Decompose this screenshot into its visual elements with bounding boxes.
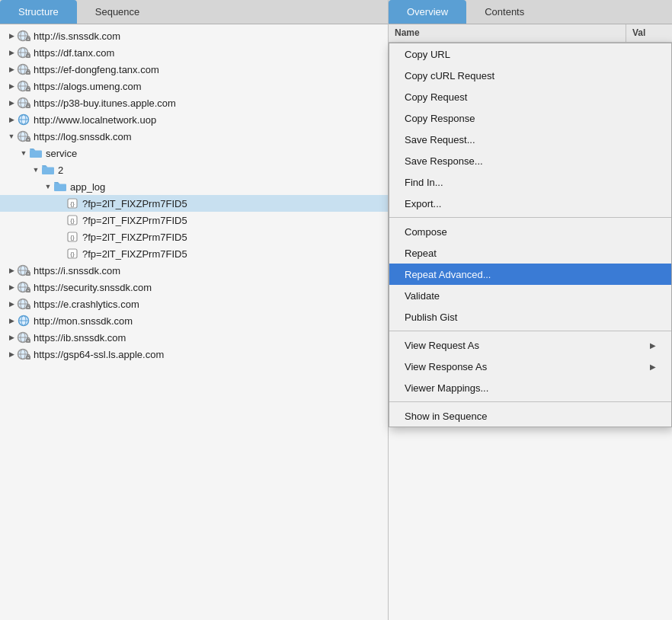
menu-item[interactable]: Save Request... bbox=[389, 129, 671, 150]
menu-item[interactable]: Copy cURL Request bbox=[389, 65, 671, 86]
tree-toggle[interactable] bbox=[6, 131, 17, 142]
globe-icon bbox=[17, 113, 30, 126]
left-panel: Structure Sequence http://is.snssdk.com … bbox=[0, 0, 389, 620]
svg-point-5 bbox=[27, 39, 29, 40]
tree-toggle[interactable] bbox=[6, 114, 17, 125]
tree-item[interactable]: https://log.snssdk.com bbox=[0, 128, 388, 145]
tree-toggle[interactable] bbox=[6, 349, 17, 360]
tree-item[interactable]: {} ?fp=2lT_FlXZPrm7FID5 bbox=[0, 195, 388, 212]
tree-item[interactable]: https://alogs.umeng.com bbox=[0, 78, 388, 94]
globe-lock-icon bbox=[17, 348, 30, 360]
tree-toggle[interactable] bbox=[6, 315, 17, 326]
svg-point-64 bbox=[27, 307, 29, 308]
menu-item[interactable]: Copy URL bbox=[389, 43, 671, 65]
left-tab-bar: Structure Sequence bbox=[0, 0, 388, 24]
tree-item-label: ?fp=2lT_FlXZPrm7FID5 bbox=[82, 215, 187, 226]
tab-contents[interactable]: Contents bbox=[466, 0, 542, 24]
menu-item[interactable]: Compose bbox=[389, 221, 671, 242]
menu-separator bbox=[389, 217, 671, 218]
menu-item[interactable]: Validate bbox=[389, 285, 671, 306]
tree-toggle[interactable] bbox=[6, 265, 17, 276]
tree-item[interactable]: {} ?fp=2lT_FlXZPrm7FID5 bbox=[0, 229, 388, 245]
tree-item[interactable]: https://df.tanx.com bbox=[0, 44, 388, 61]
tree-item[interactable]: https://gsp64-ssl.ls.apple.com bbox=[0, 346, 388, 363]
svg-point-29 bbox=[27, 106, 29, 107]
tree-item[interactable]: 2 bbox=[0, 161, 388, 178]
menu-item[interactable]: Repeat Advanced... bbox=[389, 264, 671, 285]
tree-item-label: https://e.crashlytics.com bbox=[34, 299, 139, 310]
tab-structure[interactable]: Structure bbox=[0, 0, 77, 24]
menu-item[interactable]: Publish Gist bbox=[389, 306, 671, 328]
tree-item[interactable]: https://e.crashlytics.com bbox=[0, 296, 388, 312]
right-tab-bar: Overview Contents bbox=[389, 0, 672, 24]
tree-toggle[interactable] bbox=[6, 97, 17, 108]
tree-item-label: https://i.snssdk.com bbox=[34, 265, 120, 276]
menu-separator bbox=[389, 401, 671, 402]
tab-sequence[interactable]: Sequence bbox=[77, 0, 158, 24]
tree-item-label: ?fp=2lT_FlXZPrm7FID5 bbox=[82, 198, 187, 209]
tree-toggle[interactable] bbox=[6, 81, 17, 91]
svg-point-52 bbox=[27, 273, 29, 275]
menu-item[interactable]: Repeat bbox=[389, 242, 671, 264]
tree-item[interactable]: app_log bbox=[0, 178, 388, 195]
menu-item-label: View Request As bbox=[405, 340, 479, 351]
tree-toggle[interactable] bbox=[6, 282, 17, 292]
tree-item-label: https://gsp64-ssl.ls.apple.com bbox=[34, 349, 164, 360]
tree-item[interactable]: https://i.snssdk.com bbox=[0, 262, 388, 279]
menu-item[interactable]: View Response As▶ bbox=[389, 356, 671, 377]
globe-lock-icon bbox=[17, 97, 30, 109]
tree-item[interactable]: http://www.localnetwork.uop bbox=[0, 111, 388, 128]
tree-item-label: http://mon.snssdk.com bbox=[34, 315, 133, 327]
tree-item[interactable]: https://security.snssdk.com bbox=[0, 279, 388, 296]
menu-item-label: Validate bbox=[405, 290, 440, 302]
tree-item-label: app_log bbox=[70, 181, 105, 193]
tree-item[interactable]: http://is.snssdk.com bbox=[0, 27, 388, 44]
tree-item[interactable]: http://mon.snssdk.com bbox=[0, 312, 388, 329]
tree-item-label: https://security.snssdk.com bbox=[34, 282, 152, 293]
menu-item[interactable]: Find In... bbox=[389, 171, 671, 193]
svg-point-23 bbox=[27, 89, 29, 91]
tree-toggle[interactable] bbox=[6, 47, 17, 58]
tree-toggle[interactable] bbox=[6, 299, 17, 309]
globe-lock-icon bbox=[17, 46, 30, 59]
tree-toggle[interactable] bbox=[30, 165, 41, 175]
tree-item-label: https://df.tanx.com bbox=[34, 47, 114, 59]
menu-item-label: Copy cURL Request bbox=[405, 70, 494, 81]
tree-item[interactable]: {} ?fp=2lT_FlXZPrm7FID5 bbox=[0, 245, 388, 262]
tree-item[interactable]: https://ef-dongfeng.tanx.com bbox=[0, 61, 388, 78]
tree-toggle[interactable] bbox=[6, 30, 17, 41]
tree-container: http://is.snssdk.com https://df.tanx.com… bbox=[0, 24, 388, 620]
tree-toggle[interactable] bbox=[6, 332, 17, 343]
menu-item-label: Show in Sequence bbox=[405, 411, 487, 422]
svg-text:{}: {} bbox=[70, 218, 75, 224]
menu-item[interactable]: Viewer Mappings... bbox=[389, 377, 671, 398]
menu-arrow-icon: ▶ bbox=[650, 363, 656, 371]
menu-item[interactable]: View Request As▶ bbox=[389, 334, 671, 356]
context-menu: Copy URLCopy cURL RequestCopy RequestCop… bbox=[389, 43, 672, 427]
tab-overview[interactable]: Overview bbox=[389, 0, 466, 24]
svg-point-73 bbox=[27, 340, 29, 342]
menu-item-label: Compose bbox=[405, 226, 447, 238]
menu-item-label: Copy URL bbox=[405, 49, 450, 60]
tree-item[interactable]: https://ib.snssdk.com bbox=[0, 329, 388, 346]
menu-item[interactable]: Copy Response bbox=[389, 107, 671, 129]
svg-point-79 bbox=[27, 357, 29, 359]
svg-point-17 bbox=[27, 72, 29, 74]
tree-toggle[interactable] bbox=[6, 64, 17, 75]
tree-toggle[interactable] bbox=[18, 148, 29, 158]
menu-item[interactable]: Show in Sequence bbox=[389, 405, 671, 427]
menu-item[interactable]: Copy Request bbox=[389, 86, 671, 107]
tree-toggle[interactable] bbox=[43, 181, 53, 192]
tree-item[interactable]: service bbox=[0, 145, 388, 161]
menu-separator bbox=[389, 331, 671, 331]
right-panel: Overview Contents Name Val Copy URLCopy … bbox=[389, 0, 672, 620]
globe-lock-icon bbox=[17, 298, 30, 310]
tree-item-label: ?fp=2lT_FlXZPrm7FID5 bbox=[82, 232, 187, 243]
menu-item[interactable]: Export... bbox=[389, 193, 671, 214]
tree-item[interactable]: {} ?fp=2lT_FlXZPrm7FID5 bbox=[0, 212, 388, 229]
globe-lock-icon bbox=[17, 281, 30, 293]
tree-item[interactable]: https://p38-buy.itunes.apple.com bbox=[0, 94, 388, 111]
menu-item[interactable]: Save Response... bbox=[389, 150, 671, 171]
svg-text:{}: {} bbox=[70, 201, 75, 207]
column-header: Name Val bbox=[389, 24, 672, 43]
